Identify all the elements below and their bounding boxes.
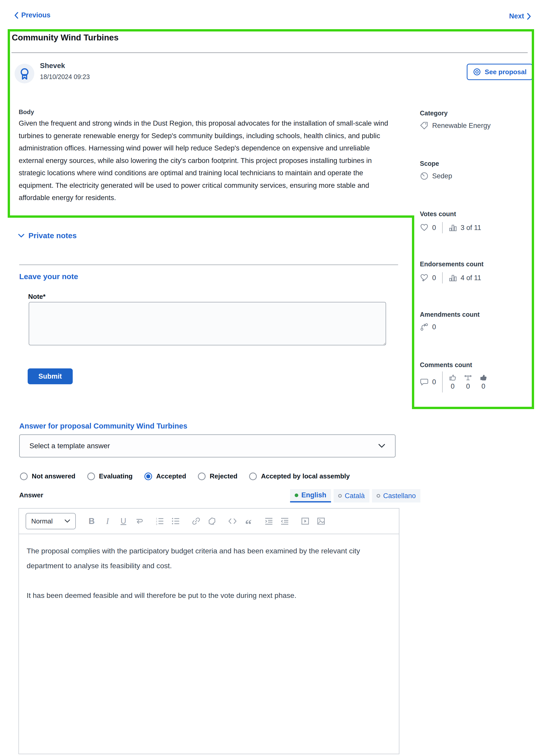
award-badge-icon <box>19 68 30 80</box>
amendments-row: 0 <box>420 323 436 331</box>
svg-text:3: 3 <box>156 523 157 525</box>
bullet-list-icon[interactable] <box>171 516 180 526</box>
code-icon[interactable] <box>228 516 237 526</box>
untranslated-ring-icon <box>338 494 342 498</box>
amendments-count: 0 <box>432 323 436 331</box>
scope-row: Sedep <box>420 172 452 180</box>
next-label: Next <box>509 12 524 20</box>
category-value: Renewable Energy <box>432 122 491 130</box>
thumb-up-filled-icon <box>480 374 487 381</box>
title-divider <box>12 52 528 53</box>
comments-down-count: 0 <box>482 382 485 390</box>
chevron-right-icon <box>527 13 531 20</box>
private-notes-toggle[interactable]: Private notes <box>18 231 77 240</box>
scope-label: Scope <box>420 160 439 167</box>
note-textarea[interactable] <box>29 302 386 345</box>
radio-accepted-by-local-assembly[interactable]: Accepted by local assembly <box>249 472 350 480</box>
tab-english[interactable]: English <box>290 489 331 502</box>
tab-label: Castellano <box>383 492 416 500</box>
annotation-line-left <box>8 29 10 218</box>
line-break-icon[interactable] <box>135 516 144 526</box>
answer-label: Answer <box>19 491 43 499</box>
translated-dot-icon <box>295 494 298 497</box>
svg-text:2: 2 <box>156 520 157 523</box>
scope-value: Sedep <box>432 172 452 180</box>
divider <box>442 371 443 392</box>
endorsements-ranking: 4 of 11 <box>461 274 481 282</box>
svg-text:1: 1 <box>156 517 157 520</box>
template-answer-select[interactable]: Select a template answer <box>19 434 396 457</box>
heart-icon <box>420 223 429 232</box>
proposal-body: Given the frequent and strong winds in t… <box>19 117 395 204</box>
radio-rejected[interactable]: Rejected <box>198 472 237 480</box>
radio-circle-selected[interactable] <box>144 473 152 480</box>
see-proposal-label: See proposal <box>485 68 526 76</box>
radio-accepted[interactable]: Accepted <box>144 472 186 480</box>
tab-castellano[interactable]: Castellano <box>372 489 421 502</box>
radio-circle[interactable] <box>87 473 95 480</box>
status-radio-group: Not answered Evaluating Accepted Rejecte… <box>20 472 350 480</box>
divider <box>442 272 443 283</box>
git-branch-icon <box>420 323 429 331</box>
page-title: Community Wind Turbines <box>12 33 118 42</box>
chat-bubble-icon <box>420 378 429 386</box>
link-icon[interactable] <box>191 516 201 526</box>
ordered-list-icon[interactable]: 123 <box>155 516 164 526</box>
proposal-admin-page: Previous Next Community Wind Turbines Sh… <box>0 0 542 756</box>
previous-link[interactable]: Previous <box>14 11 50 19</box>
note-label: Note* <box>28 293 46 301</box>
radio-circle[interactable] <box>249 473 257 480</box>
radio-circle[interactable] <box>198 473 205 480</box>
previous-label: Previous <box>21 11 50 19</box>
comments-up-count: 0 <box>451 382 455 390</box>
chevron-down-icon <box>378 444 385 448</box>
answer-paragraph: It has been deemed feasible and will the… <box>27 588 391 603</box>
category-row: Renewable Energy <box>420 121 491 130</box>
clear-format-icon[interactable] <box>207 516 216 526</box>
untranslated-ring-icon <box>377 494 380 498</box>
submit-button[interactable]: Submit <box>28 368 73 384</box>
tab-catala[interactable]: Català <box>334 489 370 502</box>
indent-icon[interactable] <box>264 516 274 526</box>
bold-icon[interactable]: B <box>87 516 96 526</box>
comments-breakdown: 0 0 0 <box>449 374 487 390</box>
rich-text-editor: Normal B I U 123 <box>18 508 399 754</box>
see-proposal-button[interactable]: See proposal <box>467 64 533 80</box>
radio-label: Not answered <box>32 472 75 480</box>
divider <box>442 222 443 233</box>
language-tabs: English Català Castellano <box>290 489 420 502</box>
format-value: Normal <box>31 517 53 525</box>
outdent-icon[interactable] <box>280 516 289 526</box>
comments-neutral-count: 0 <box>466 382 470 390</box>
radio-not-answered[interactable]: Not answered <box>20 472 75 480</box>
votes-ranking: 3 of 11 <box>461 224 481 232</box>
endorsements-count-label: Endorsements count <box>420 260 484 268</box>
scope-icon <box>420 172 429 180</box>
chevron-left-icon <box>14 12 19 19</box>
annotation-line-middle-vertical <box>412 215 414 409</box>
image-icon[interactable] <box>317 516 326 526</box>
format-dropdown[interactable]: Normal <box>26 513 76 529</box>
next-link[interactable]: Next <box>509 12 531 20</box>
author-name: Shevek <box>40 62 65 70</box>
annotation-line-bottom-right <box>412 407 534 409</box>
votes-count: 0 <box>432 224 436 232</box>
private-notes-label: Private notes <box>28 231 77 240</box>
radio-label: Evaluating <box>99 472 133 480</box>
answer-editor-content[interactable]: The proposal complies with the participa… <box>19 534 399 627</box>
radio-label: Rejected <box>210 472 237 480</box>
italic-icon[interactable]: I <box>103 516 112 526</box>
annotation-line-right <box>532 29 534 409</box>
radio-evaluating[interactable]: Evaluating <box>87 472 133 480</box>
chevron-down-icon <box>18 233 25 238</box>
tag-icon <box>420 121 429 130</box>
radio-label: Accepted <box>156 472 186 480</box>
eye-icon <box>473 68 481 76</box>
votes-count-label: Votes count <box>420 210 456 218</box>
blockquote-icon[interactable]: “ <box>244 513 253 530</box>
underline-icon[interactable]: U <box>119 516 128 526</box>
video-icon[interactable] <box>301 516 310 526</box>
annotation-line-bottom-left <box>8 215 414 218</box>
radio-circle[interactable] <box>20 473 28 480</box>
radio-label: Accepted by local assembly <box>261 472 350 480</box>
